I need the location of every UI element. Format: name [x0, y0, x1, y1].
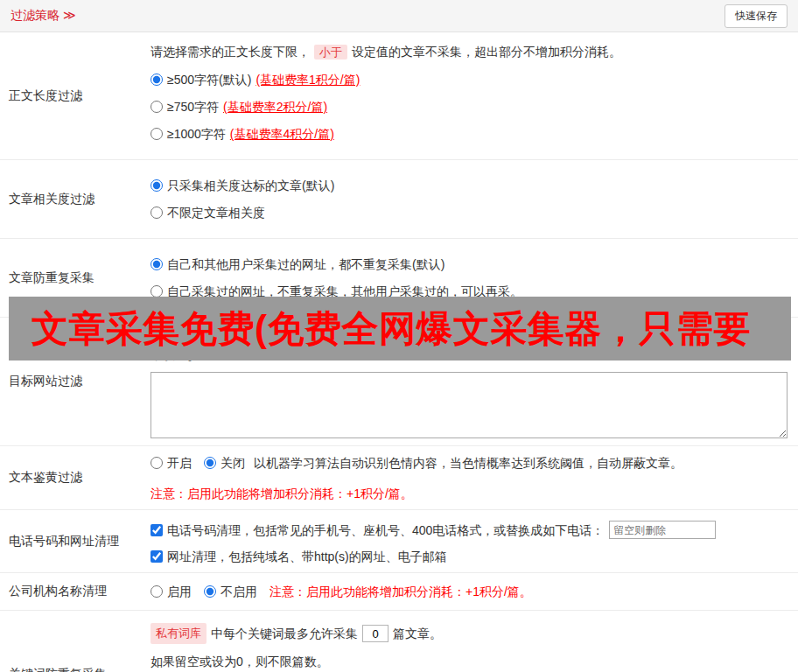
length-500-radio[interactable] [150, 74, 163, 86]
row-length-filter: 正文长度过滤 请选择需求的正文长度下限，小于设定值的文章不采集，超出部分不增加积… [0, 32, 798, 160]
relevance-strict-radio[interactable] [150, 179, 163, 192]
porn-on-label: 开启 [167, 454, 192, 472]
length-option-750[interactable]: ≥750字符 (基础费率2积分/篇) [150, 98, 791, 116]
length-1000-radio[interactable] [150, 128, 163, 140]
keyword-limit-input[interactable] [362, 625, 388, 642]
length-option-500[interactable]: ≥500字符(默认) (基础费率1积分/篇) [150, 71, 791, 88]
intro-text-before: 请选择需求的正文长度下限， [150, 45, 310, 59]
company-clean-on-radio[interactable] [150, 585, 163, 598]
row-phone-url-clean: 电话号码和网址清理 电话号码清理，包括常见的手机号、座机号、400电话格式，或替… [0, 510, 798, 573]
length-500-fee-note: (基础费率1积分/篇) [256, 71, 360, 88]
row-label-keyword-dedup: 关键词防重复采集 [0, 611, 150, 672]
topbar: 过滤策略 ≫ 快速保存 [0, 0, 798, 32]
porn-filter-description: 以机器学习算法自动识别色情内容，当色情概率达到系统阈值，自动屏蔽文章。 [254, 453, 682, 472]
phone-clean-label: 电话号码清理，包括常见的手机号、座机号、400电话格式，或替换成如下电话： [167, 522, 604, 539]
relevance-option-any[interactable]: 不限定文章相关度 [150, 204, 791, 221]
company-clean-option-on[interactable]: 启用 [150, 583, 192, 600]
row-label-length-filter: 正文长度过滤 [0, 32, 150, 159]
porn-on-radio[interactable] [150, 457, 163, 469]
row-label-phone-url-clean: 电话号码和网址清理 [0, 510, 150, 572]
length-750-radio[interactable] [150, 101, 163, 113]
length-1000-label: ≥1000字符 [167, 125, 226, 143]
row-label-company-clean: 公司机构名称清理 [0, 573, 150, 610]
length-option-1000[interactable]: ≥1000字符 (基础费率4积分/篇) [150, 125, 791, 143]
company-clean-off-radio[interactable] [204, 585, 216, 598]
relevance-option-strict[interactable]: 只采集相关度达标的文章(默认) [150, 177, 791, 194]
promo-banner-text: 文章采集免费(免费全网爆文采集器，只需要 [32, 304, 751, 354]
company-clean-off-label: 不启用 [220, 583, 257, 600]
blocked-sites-textarea[interactable] [150, 372, 788, 438]
intro-text-after: 设定值的文章不采集，超出部分不增加积分消耗。 [352, 45, 621, 59]
relevance-strict-label: 只采集相关度达标的文章(默认) [167, 177, 334, 194]
length-750-fee-note: (基础费率2积分/篇) [223, 98, 327, 116]
relevance-any-radio[interactable] [150, 206, 163, 219]
phone-clean-checkbox[interactable] [150, 524, 163, 536]
dedup-option-all-users[interactable]: 自己和其他用户采集过的网址，都不重复采集(默认) [150, 256, 791, 273]
replacement-phone-input[interactable] [609, 521, 716, 539]
phone-clean-option[interactable]: 电话号码清理，包括常见的手机号、座机号、400电话格式，或替换成如下电话： [150, 522, 604, 539]
company-clean-cost-note: 注意：启用此功能将增加积分消耗：+1积分/篇。 [270, 582, 532, 601]
length-750-label: ≥750字符 [167, 98, 219, 116]
porn-option-off[interactable]: 关闭 [204, 454, 245, 472]
porn-off-radio[interactable] [204, 457, 216, 469]
keyword-limit-text: 中每个关键词最多允许采集 [211, 624, 358, 643]
url-clean-label: 网址清理，包括纯域名、带http(s)的网址、电子邮箱 [167, 548, 447, 565]
porn-option-on[interactable]: 开启 [150, 454, 192, 472]
relevance-any-label: 不限定文章相关度 [167, 204, 265, 221]
url-clean-checkbox[interactable] [150, 550, 163, 563]
row-company-clean: 公司机构名称清理 启用 不启用 注意：启用此功能将增加积分消耗：+1积分/篇。 [0, 573, 798, 611]
length-500-label: ≥500字符(默认) [167, 71, 251, 88]
row-porn-filter: 文本鉴黄过滤 开启 关闭 以机器学习算法自动识别色情内容，当色情概率达到系统阈值… [0, 446, 798, 510]
promo-overlay-banner: 文章采集免费(免费全网爆文采集器，只需要 [9, 297, 791, 360]
porn-filter-cost-note: 注意：启用此功能将增加积分消耗：+1积分/篇。 [150, 485, 791, 502]
length-1000-fee-note: (基础费率4积分/篇) [230, 125, 334, 143]
row-label-porn-filter: 文本鉴黄过滤 [0, 446, 150, 509]
length-filter-intro: 请选择需求的正文长度下限，小于设定值的文章不采集，超出部分不增加积分消耗。 [150, 43, 791, 61]
dedup-all-users-radio[interactable] [150, 258, 163, 270]
dedup-self-only-radio[interactable] [150, 285, 163, 298]
less-than-chip: 小于 [314, 45, 347, 60]
company-clean-option-off[interactable]: 不启用 [204, 583, 257, 600]
company-clean-on-label: 启用 [167, 583, 192, 600]
row-label-relevance-filter: 文章相关度过滤 [0, 160, 150, 238]
porn-off-label: 关闭 [220, 454, 245, 472]
url-clean-option[interactable]: 网址清理，包括纯域名、带http(s)的网址、电子邮箱 [150, 548, 791, 565]
page-title[interactable]: 过滤策略 ≫ [10, 8, 76, 24]
private-lexicon-chip[interactable]: 私有词库 [150, 623, 206, 644]
row-keyword-dedup: 关键词防重复采集 私有词库 中每个关键词最多允许采集 篇文章。 如果留空或设为0… [0, 611, 798, 672]
quick-save-button[interactable]: 快速保存 [724, 4, 788, 28]
row-relevance-filter: 文章相关度过滤 只采集相关度达标的文章(默认) 不限定文章相关度 [0, 160, 798, 239]
dedup-all-users-label: 自己和其他用户采集过的网址，都不重复采集(默认) [167, 256, 444, 273]
keyword-rule-zero: 如果留空或设为0，则不限篇数。 [150, 653, 791, 670]
keyword-limit-suffix: 篇文章。 [393, 624, 442, 643]
